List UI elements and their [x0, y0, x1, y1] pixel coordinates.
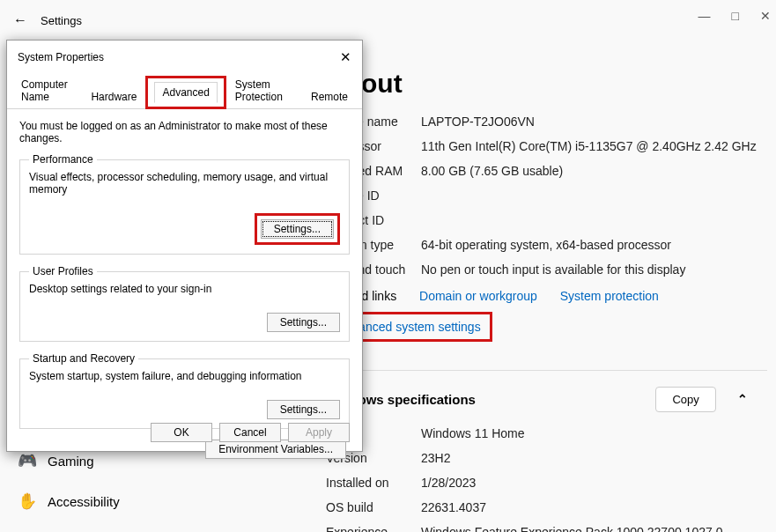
accessibility-icon: ✋ [18, 491, 35, 511]
user-profiles-legend: User Profiles [29, 265, 97, 277]
tab-remote[interactable]: Remote [304, 85, 355, 109]
performance-group: Performance Visual effects, processor sc… [19, 153, 350, 255]
spec-value: No pen or touch input is available for t… [421, 262, 767, 277]
tab-computer-name[interactable]: Computer Name [14, 73, 84, 109]
startup-recovery-desc: System startup, system failure, and debu… [29, 370, 340, 382]
spec-value: Windows Feature Experience Pack 1000.227… [421, 525, 767, 532]
dialog-footer: OK Cancel Apply [151, 423, 350, 442]
sidebar-item-label: Accessibility [48, 494, 120, 509]
spec-value: 11th Gen Intel(R) Core(TM) i5-1135G7 @ 2… [421, 139, 767, 153]
spec-value [421, 188, 767, 203]
user-profiles-desc: Desktop settings related to your sign-in [29, 283, 340, 295]
related-links: Related links Domain or workgroup System… [326, 289, 767, 351]
spec-key: Installed on [326, 476, 421, 490]
system-properties-dialog: System Properties ✕ Computer Name Hardwa… [6, 40, 363, 452]
performance-legend: Performance [29, 153, 97, 166]
performance-desc: Visual effects, processor scheduling, me… [29, 171, 340, 196]
section-divider [317, 370, 767, 371]
dialog-title: System Properties [18, 51, 104, 63]
spec-value: 23H2 [421, 451, 767, 465]
highlight-box: Settings... [255, 213, 340, 245]
settings-titlebar: ← Settings [0, 0, 776, 41]
cancel-button[interactable]: Cancel [219, 423, 281, 442]
startup-recovery-group: Startup and Recovery System startup, sys… [19, 352, 350, 429]
page-title: About [326, 69, 767, 99]
tab-system-protection[interactable]: System Protection [228, 73, 304, 109]
user-profiles-group: User Profiles Desktop settings related t… [19, 265, 350, 342]
back-button[interactable]: ← [0, 12, 41, 28]
chevron-up-icon[interactable]: ⌃ [737, 392, 748, 406]
device-specs: Device nameLAPTOP-T2JO06VN Processor11th… [326, 115, 767, 277]
spec-key: OS build [326, 500, 421, 514]
tab-hardware[interactable]: Hardware [84, 85, 144, 109]
dialog-close-button[interactable]: ✕ [340, 49, 351, 65]
link-domain-workgroup[interactable]: Domain or workgroup [419, 289, 537, 303]
spec-value: 8.00 GB (7.65 GB usable) [421, 164, 767, 178]
windows-spec-header[interactable]: Windows specifications Copy ⌃ [326, 387, 767, 412]
spec-value: 1/28/2023 [421, 476, 767, 490]
spec-key: Experience [326, 525, 421, 532]
copy-button[interactable]: Copy [655, 387, 715, 412]
settings-content: › About Device nameLAPTOP-T2JO06VN Proce… [326, 51, 767, 532]
dialog-tabs: Computer Name Hardware Advanced System P… [7, 72, 362, 109]
windows-specs: EditionWindows 11 Home Version23H2 Insta… [326, 426, 767, 532]
spec-value: 22631.4037 [421, 500, 767, 514]
window-controls: — □ ✕ [698, 9, 771, 23]
environment-variables-button[interactable]: Environment Variables... [205, 440, 346, 459]
dialog-body: You must be logged on as an Administrato… [7, 109, 362, 468]
startup-recovery-settings-button[interactable]: Settings... [267, 400, 340, 419]
breadcrumb: › [326, 51, 767, 65]
close-window-button[interactable]: ✕ [760, 9, 771, 23]
user-profiles-settings-button[interactable]: Settings... [267, 313, 340, 332]
spec-value: LAPTOP-T2JO06VN [421, 115, 767, 129]
admin-note: You must be logged on as an Administrato… [19, 120, 350, 144]
spec-value: Windows 11 Home [421, 426, 767, 440]
sidebar-item-accessibility[interactable]: ✋ Accessibility [0, 481, 211, 521]
maximize-button[interactable]: □ [732, 9, 739, 23]
spec-value [421, 213, 767, 227]
startup-recovery-legend: Startup and Recovery [29, 352, 138, 365]
spec-value: 64-bit operating system, x64-based proce… [421, 238, 767, 252]
highlight-box: Advanced [145, 76, 225, 109]
ok-button[interactable]: OK [151, 423, 212, 442]
tab-advanced[interactable]: Advanced [154, 82, 217, 103]
performance-settings-button[interactable]: Settings... [261, 219, 334, 239]
minimize-button[interactable]: — [698, 9, 711, 23]
window-title: Settings [41, 14, 82, 27]
apply-button[interactable]: Apply [288, 423, 350, 442]
link-system-protection[interactable]: System protection [560, 289, 659, 303]
